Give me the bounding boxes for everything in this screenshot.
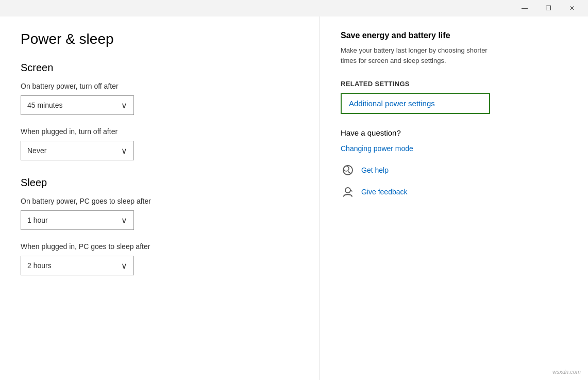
battery-sleep-container: On battery power, PC goes to sleep after… [21,197,299,230]
battery-screen-chevron-icon: ∨ [121,101,127,110]
svg-point-2 [345,188,350,193]
title-bar: — ❐ ✕ [0,0,588,16]
save-energy-desc: Make your battery last longer by choosin… [341,45,490,65]
get-help-item[interactable]: Get help [341,163,567,177]
plugged-sleep-container: When plugged in, PC goes to sleep after … [21,242,299,275]
battery-screen-dropdown[interactable]: 45 minutes ∨ [21,95,134,115]
save-energy-title: Save energy and battery life [341,31,567,40]
screen-section-title: Screen [21,62,299,74]
give-feedback-link[interactable]: Give feedback [361,188,408,196]
screen-section: Screen On battery power, turn off after … [21,62,299,160]
plugged-sleep-dropdown[interactable]: 2 hours ∨ [21,256,134,275]
changing-power-mode-link[interactable]: Changing power mode [341,144,567,153]
additional-power-settings-link[interactable]: Additional power settings [341,93,490,114]
page-title: Power & sleep [21,31,299,47]
battery-sleep-label: On battery power, PC goes to sleep after [21,197,299,205]
related-settings-label: Related settings [341,80,567,88]
battery-sleep-value: 1 hour [27,216,48,224]
plugged-sleep-value: 2 hours [27,261,52,270]
plugged-screen-value: Never [27,146,46,155]
svg-point-1 [344,166,349,171]
maximize-button[interactable]: ❐ [536,1,560,15]
plugged-sleep-label: When plugged in, PC goes to sleep after [21,242,299,251]
plugged-screen-chevron-icon: ∨ [121,146,127,156]
related-settings-block: Related settings Additional power settin… [341,80,567,114]
action-links-block: Get help Give feedback [341,163,567,199]
battery-screen-container: On battery power, turn off after 45 minu… [21,82,299,115]
battery-screen-label: On battery power, turn off after [21,82,299,90]
get-help-link[interactable]: Get help [361,166,389,174]
left-panel: Power & sleep Screen On battery power, t… [0,16,320,380]
right-panel: Save energy and battery life Make your b… [320,16,588,380]
plugged-screen-label: When plugged in, turn off after [21,127,299,136]
battery-sleep-chevron-icon: ∨ [121,216,127,225]
have-question-block: Have a question? Changing power mode [341,128,567,153]
get-help-icon [341,163,355,177]
minimize-button[interactable]: — [513,1,536,15]
battery-screen-value: 45 minutes [27,101,62,109]
sleep-section-title: Sleep [21,177,299,189]
close-button[interactable]: ✕ [560,1,584,15]
save-energy-block: Save energy and battery life Make your b… [341,31,567,65]
plugged-sleep-chevron-icon: ∨ [121,261,127,271]
plugged-screen-dropdown[interactable]: Never ∨ [21,141,134,160]
main-content: Power & sleep Screen On battery power, t… [0,16,588,380]
give-feedback-item[interactable]: Give feedback [341,185,567,199]
sleep-section: Sleep On battery power, PC goes to sleep… [21,177,299,275]
give-feedback-icon [341,185,355,199]
watermark: wsxdn.com [552,369,581,375]
have-question-title: Have a question? [341,128,567,137]
battery-sleep-dropdown[interactable]: 1 hour ∨ [21,210,134,230]
plugged-screen-container: When plugged in, turn off after Never ∨ [21,127,299,160]
